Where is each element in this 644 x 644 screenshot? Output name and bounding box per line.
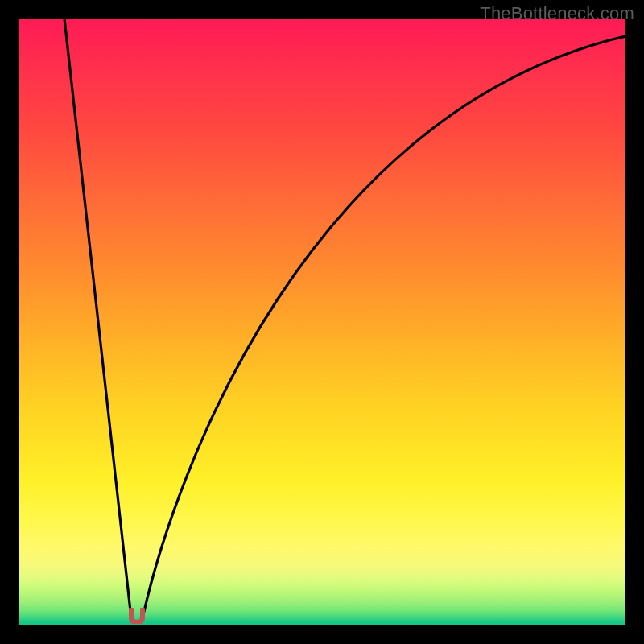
watermark-text: TheBottleneck.com <box>480 3 634 24</box>
right-curve <box>142 36 625 618</box>
plot-area <box>19 19 625 625</box>
left-curve <box>64 19 131 618</box>
min-marker <box>129 608 145 624</box>
curve-layer <box>19 19 625 625</box>
chart-frame: TheBottleneck.com <box>0 0 644 644</box>
